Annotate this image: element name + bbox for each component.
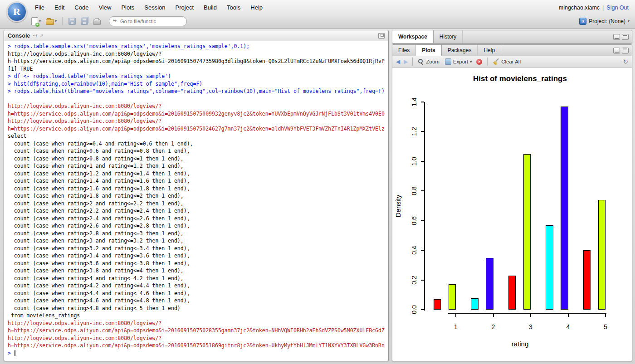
y-tick	[421, 102, 424, 102]
histogram-bar	[486, 258, 493, 310]
menu-project[interactable]: Project	[171, 4, 199, 11]
console-line: h=https://service.odps.aliyun.com/api&p=…	[8, 110, 385, 118]
x-axis-line	[448, 313, 606, 314]
clear-all-button[interactable]: Clear All	[492, 58, 523, 65]
goto-file-input[interactable]	[109, 16, 187, 26]
zoom-label: Zoom	[425, 59, 440, 64]
maximize-icon[interactable]	[622, 34, 629, 40]
console-line: count (case when rating>3.4 and rating<=…	[8, 252, 385, 260]
print-button[interactable]	[92, 17, 102, 25]
console-line: count (case when rating>1.8 and rating<=…	[8, 192, 385, 200]
menu-edit[interactable]: Edit	[49, 4, 69, 11]
previous-plot-button[interactable]: ◀	[395, 58, 401, 65]
y-tick	[421, 280, 424, 281]
x-tick	[493, 314, 494, 317]
export-button[interactable]: Export ▾	[444, 58, 473, 65]
y-tick-label: 1.2	[411, 124, 417, 139]
menu-code[interactable]: Code	[69, 4, 93, 11]
x-tick-label: 2	[487, 323, 500, 330]
window-buttons	[613, 30, 632, 43]
window-buttons	[613, 45, 632, 56]
chevron-down-icon: ▾	[55, 19, 57, 23]
maximize-icon[interactable]	[622, 48, 629, 53]
y-tick	[421, 220, 424, 221]
menu-help[interactable]: Help	[245, 4, 268, 11]
refresh-icon[interactable]: ↻	[623, 58, 629, 65]
histogram-bar	[471, 298, 479, 310]
histogram-bar	[546, 225, 553, 310]
workspace-tab-history[interactable]: History	[434, 30, 463, 43]
console-output[interactable]: > rodps.table.sample.srs('movielens_rati…	[4, 41, 388, 361]
minimize-icon[interactable]	[613, 34, 620, 40]
sign-out-link[interactable]: Sign Out	[606, 5, 629, 11]
console-working-dir: ~/	[33, 33, 37, 39]
project-selector[interactable]: R Project: (None) ▾	[579, 18, 630, 25]
user-area: mingchao.xiamc | Sign Out	[559, 5, 629, 11]
menu-plots[interactable]: Plots	[116, 4, 139, 11]
username: mingchao.xiamc	[559, 5, 600, 11]
toolbar-separator	[487, 58, 488, 66]
plots-tabbar: FilesPlotsPackagesHelp	[392, 45, 632, 56]
new-file-button[interactable]: + ▾	[30, 17, 42, 26]
chart-title: Hist of movielens_ratings	[425, 74, 615, 83]
menu-bar: FileEditCodeViewPlotsSessionProjectBuild…	[0, 0, 635, 15]
plots-tab-packages[interactable]: Packages	[442, 45, 478, 56]
export-icon	[445, 58, 451, 65]
open-file-button[interactable]: ▾	[44, 17, 58, 25]
workspace-tabbar: WorkspaceHistory	[392, 30, 632, 44]
console-panel: Console ~/ ↗ > rodps.table.sample.srs('m…	[4, 30, 389, 361]
y-tick	[421, 250, 424, 251]
console-line: count (case when rating>4.8 and rating<=…	[8, 305, 385, 312]
text-cursor	[15, 350, 15, 356]
console-line: [1] TRUE	[8, 65, 385, 73]
console-line: count (case when rating>0.8 and rating<=…	[8, 155, 385, 163]
main-toolbar: + ▾ ▾ ↪ R Project: (None) ▾	[0, 15, 635, 27]
workspace-tab-workspace[interactable]: Workspace	[392, 30, 434, 43]
minimize-icon[interactable]	[613, 48, 620, 53]
save-all-button[interactable]	[79, 17, 89, 25]
console-line: > df <- rodps.load.table('movielens_rati…	[8, 73, 385, 80]
console-line: h=https://service.odps.aliyun.com/api&p=…	[8, 342, 385, 349]
menu-session[interactable]: Session	[139, 4, 170, 11]
console-line: select	[8, 132, 385, 140]
console-line: h=https://service.odps.aliyun.com/api&p=…	[8, 125, 385, 133]
console-line: count (case when rating>=0.4 and rating<…	[8, 140, 385, 148]
plots-tab-files[interactable]: Files	[392, 45, 416, 56]
zoom-button[interactable]: Zoom	[417, 58, 441, 65]
histogram-bar	[434, 299, 441, 310]
x-tick-label: 3	[524, 323, 537, 330]
plot-canvas: Hist of movielens_ratingsratingDensity12…	[392, 68, 632, 361]
menu-view[interactable]: View	[93, 4, 116, 11]
remove-plot-button[interactable]: ×	[475, 58, 484, 65]
console-line: > rodps.table.hist(tblname="movielens_ra…	[8, 87, 385, 95]
y-tick-label: 1.4	[411, 94, 417, 110]
rstudio-logo-icon: R	[6, 1, 27, 22]
separator: |	[602, 5, 604, 11]
menu-build[interactable]: Build	[199, 4, 222, 11]
histogram-bar	[561, 107, 568, 310]
plots-tab-plots[interactable]: Plots	[416, 45, 441, 56]
next-plot-button[interactable]: ▶	[403, 58, 409, 65]
workspace-panel: WorkspaceHistory	[392, 30, 632, 44]
console-line: count (case when rating>3.8 and rating<=…	[8, 267, 385, 275]
console-line: h=https://service.odps.aliyun.com/api&p=…	[8, 58, 385, 65]
console-line: http://logview.odps.aliyun-inc.com:8080/…	[8, 117, 385, 125]
popout-icon[interactable]	[378, 33, 385, 39]
goto-file-box: ↪	[109, 16, 187, 26]
console-line: count (case when rating>4.2 and rating<=…	[8, 282, 385, 290]
menu-tools[interactable]: Tools	[222, 4, 245, 11]
console-line: h=https://service.odps.aliyun.com/api&p=…	[8, 327, 385, 335]
open-folder-icon	[46, 19, 54, 25]
save-button[interactable]	[67, 17, 77, 25]
console-line: count (case when rating>1 and rating<=1.…	[8, 162, 385, 170]
save-icon	[68, 18, 76, 25]
delete-plot-icon: ×	[476, 59, 482, 65]
broom-icon	[493, 58, 499, 65]
plots-toolbar: ◀ ▶ Zoom Export ▾ × Clear All ↻	[392, 56, 632, 68]
x-tick-label: 4	[562, 323, 575, 330]
y-tick	[421, 309, 424, 310]
menu-file[interactable]: File	[30, 4, 49, 11]
plots-tab-help[interactable]: Help	[478, 45, 501, 56]
print-icon	[93, 19, 101, 25]
y-tick	[421, 190, 424, 191]
